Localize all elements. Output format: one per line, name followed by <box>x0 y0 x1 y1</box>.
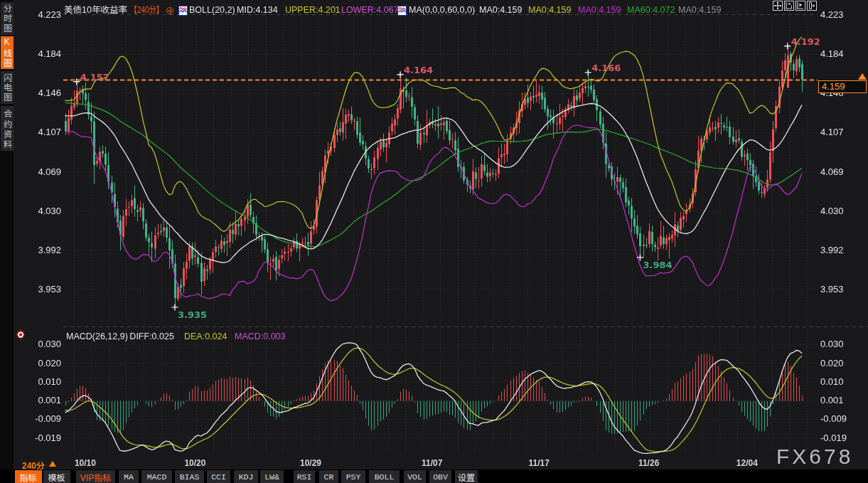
macd-axis-label-right: -0.019 <box>820 432 847 443</box>
main-axis-label-left: 4.146 <box>0 87 61 98</box>
legend-boll-lower: LOWER:4.067 <box>341 4 399 16</box>
legend-ma-value: MA0:4.159 <box>479 4 522 16</box>
main-axis-label-left: 3.953 <box>0 284 61 294</box>
toolbar-button-obv[interactable]: OBV <box>429 470 451 483</box>
price-annotation-low: 3.984 <box>643 260 672 270</box>
main-axis-label-right: 3.992 <box>820 245 844 255</box>
macd-axis-label-right: 0.010 <box>820 376 844 387</box>
price-annotation-high: 4.166 <box>591 63 621 73</box>
main-axis-label-left: 3.992 <box>0 245 61 255</box>
toolbar-button-psy[interactable]: PSY <box>341 470 365 483</box>
price-annotation-high: 4.164 <box>404 65 433 75</box>
macd-axis-label-right: 0.020 <box>820 358 844 368</box>
time-axis-label: 10/10 <box>75 458 96 468</box>
trading-app: 分时图 K线图 闪电图 合约资料 美债10年收益率【240分】 BOLL(20,… <box>0 0 868 483</box>
toolbar-button-cr[interactable]: CR <box>319 470 338 483</box>
chart-canvas[interactable] <box>0 0 868 483</box>
time-axis-label: 10/29 <box>300 458 321 468</box>
price-annotation-low: 3.935 <box>178 309 207 320</box>
period-tag: 【240分】 <box>130 4 164 16</box>
boll-indicator-icon <box>178 6 188 16</box>
panel-handle-icon[interactable] <box>15 329 26 341</box>
main-axis-label-left: 4.107 <box>0 127 61 137</box>
toolbar-button-ma[interactable]: MA <box>119 470 139 483</box>
pan-icon[interactable] <box>773 1 783 11</box>
current-price-tag: 4.159 <box>818 80 867 93</box>
macd-axis-label-left: 0.010 <box>0 376 61 387</box>
macd-axis-label-left: 0.030 <box>0 339 61 349</box>
toolbar-button-rsi[interactable]: RSI <box>294 470 315 483</box>
toolbar-button-vol[interactable]: VOL <box>404 470 426 483</box>
bottom-toolbar: 指标 模板 VIP指标 MA MACD BIAS CCI KDJ LW& RSI… <box>0 469 868 483</box>
legend-boll-name: BOLL(20,2) <box>189 4 235 16</box>
window-icon-group <box>773 1 817 11</box>
macd-axis-label-left: 0.001 <box>0 395 61 405</box>
toolbar-button-settings[interactable]: 设置 <box>455 470 478 483</box>
macd-axis-label-right: 0.030 <box>820 339 844 349</box>
legend-macd-dea: DEA:0.024 <box>184 331 227 342</box>
toolbar-button-lw[interactable]: LW& <box>260 470 284 483</box>
ma-indicator-icon <box>397 6 407 16</box>
time-axis-label: 10/20 <box>184 458 205 468</box>
goto-end-icon[interactable] <box>807 1 817 11</box>
legend-ma-name: MA(0,0,0,60,0,0) <box>409 4 475 16</box>
macd-axis-label-left: -0.019 <box>0 432 61 443</box>
play-axis-icon[interactable] <box>795 1 805 11</box>
toolbar-button-vip-indicator[interactable]: VIP指标 <box>76 470 115 483</box>
period-up-arrow-icon[interactable] <box>49 461 56 467</box>
instrument-title: 美债10年收益率 <box>64 4 127 16</box>
price-annotation-high: 4.192 <box>791 36 820 47</box>
legend-macd-name: MACD(26,12,9) DIFF:0.025 <box>66 331 174 342</box>
toolbar-button-kdj[interactable]: KDJ <box>234 470 258 483</box>
main-axis-label-left: 4.030 <box>0 206 61 216</box>
compress-axis-icon[interactable] <box>784 1 794 11</box>
main-axis-label-left: 4.184 <box>0 48 61 59</box>
toolbar-button-boll[interactable]: BOLL <box>369 470 400 483</box>
main-axis-label-right: 4.069 <box>820 166 844 177</box>
time-axis-label: 11/07 <box>422 458 442 468</box>
toolbar-button-cci[interactable]: CCI <box>207 470 230 483</box>
time-axis-label: 11/17 <box>528 458 549 468</box>
toolbar-button-indicator[interactable]: 指标 <box>15 470 42 483</box>
legend-ma-value: MA0:4.159 <box>578 4 621 16</box>
collapse-panel-icon[interactable] <box>166 7 173 14</box>
main-axis-label-right: 4.030 <box>820 206 844 216</box>
main-axis-label-left: 4.069 <box>0 166 61 177</box>
macd-axis-label-left: -0.009 <box>0 413 61 424</box>
toolbar-button-template[interactable]: 模板 <box>43 470 70 483</box>
legend-boll-upper: UPPER:4.201 <box>285 4 341 16</box>
time-axis-label: 12/04 <box>736 458 758 468</box>
legend-ma-value: MA60:4.072 <box>627 4 675 16</box>
price-up-arrow-icon <box>858 73 867 80</box>
legend-ma-value: MA0:4.159 <box>528 4 571 16</box>
main-axis-label-left: 4.223 <box>0 9 61 20</box>
sidebar: 分时图 K线图 闪电图 合约资料 <box>0 0 14 455</box>
main-axis-label-right: 4.223 <box>820 9 844 20</box>
price-annotation-high: 4.157 <box>80 72 109 83</box>
macd-axis-label-right: -0.009 <box>820 413 847 424</box>
legend-macd-macd: MACD:0.003 <box>235 331 286 342</box>
main-axis-label-right: 4.107 <box>820 127 844 137</box>
macd-axis-label-right: 0.001 <box>820 395 844 405</box>
toolbar-button-bias[interactable]: BIAS <box>175 470 204 483</box>
main-axis-label-right: 3.953 <box>820 284 844 294</box>
legend-boll-mid: MID:4.134 <box>237 4 278 16</box>
time-axis-label: 11/26 <box>638 458 659 468</box>
main-axis-label-right: 4.184 <box>820 48 844 59</box>
macd-axis-label-left: 0.020 <box>0 358 61 368</box>
legend-ma-value: MA0:4.159 <box>678 4 721 16</box>
toolbar-button-macd[interactable]: MACD <box>141 470 172 483</box>
time-axis: 240分 10/10 10/20 10/29 11/07 11/17 11/26… <box>0 456 868 469</box>
